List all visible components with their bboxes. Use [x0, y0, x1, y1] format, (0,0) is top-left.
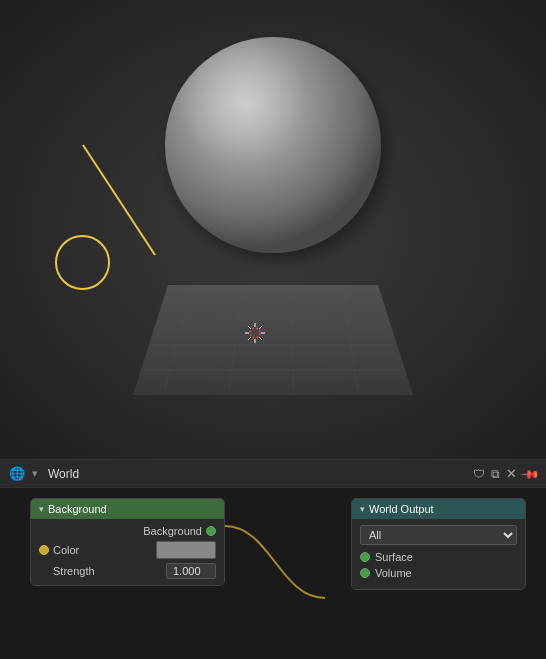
- close-icon[interactable]: ✕: [506, 466, 517, 481]
- world-output-collapse-arrow[interactable]: ▾: [360, 504, 365, 514]
- color-input-row: Color: [39, 541, 216, 559]
- header-arrow: ▾: [32, 467, 38, 480]
- surface-input-row: Surface: [360, 551, 517, 563]
- dropdown-row: All Cycles EEVEE: [360, 525, 517, 545]
- viewport-3d: [0, 0, 546, 460]
- svg-line-18: [248, 337, 251, 340]
- node-canvas: ▾ Background Background Color Strength: [0, 488, 546, 659]
- all-dropdown[interactable]: All Cycles EEVEE: [360, 525, 517, 545]
- color-input-socket: [39, 545, 49, 555]
- annotation-circle: [55, 235, 110, 290]
- background-output-label: Background: [143, 525, 202, 537]
- sphere: [153, 30, 393, 270]
- svg-line-17: [259, 326, 262, 329]
- volume-input-row: Volume: [360, 567, 517, 579]
- floor-plane: [113, 280, 433, 400]
- background-node-body: Background Color Strength: [31, 519, 224, 585]
- svg-point-9: [165, 37, 381, 253]
- strength-label: Strength: [53, 565, 95, 577]
- world-icon[interactable]: 🌐: [8, 465, 26, 483]
- node-editor: 🌐 ▾ World 🛡 ⧉ ✕ 📌 ▾ Background Backgroun…: [0, 459, 546, 659]
- svg-line-15: [248, 326, 251, 329]
- editor-header: 🌐 ▾ World 🛡 ⧉ ✕ 📌: [0, 460, 546, 488]
- svg-point-10: [250, 328, 260, 338]
- shield-icon[interactable]: 🛡: [473, 467, 485, 481]
- header-icons-right: 🛡 ⧉ ✕ 📌: [473, 466, 538, 481]
- world-output-title: World Output: [369, 503, 434, 515]
- world-output-header: ▾ World Output: [352, 499, 525, 519]
- volume-label: Volume: [375, 567, 412, 579]
- world-output-body: All Cycles EEVEE Surface Volume: [352, 519, 525, 589]
- color-label: Color: [53, 544, 79, 556]
- copy-icon[interactable]: ⧉: [491, 467, 500, 481]
- svg-marker-0: [133, 285, 413, 395]
- background-node-title: Background: [48, 503, 107, 515]
- volume-input-socket: [360, 568, 370, 578]
- node-collapse-arrow[interactable]: ▾: [39, 504, 44, 514]
- node-background: ▾ Background Background Color Strength: [30, 498, 225, 586]
- node-world-output: ▾ World Output All Cycles EEVEE Surface: [351, 498, 526, 590]
- strength-input-row: Strength: [39, 563, 216, 579]
- cursor-target: [243, 321, 267, 345]
- pin-icon[interactable]: 📌: [520, 463, 541, 484]
- surface-input-socket: [360, 552, 370, 562]
- background-node-header: ▾ Background: [31, 499, 224, 519]
- world-label: World: [48, 467, 79, 481]
- background-output-row: Background: [39, 525, 216, 537]
- surface-label: Surface: [375, 551, 413, 563]
- strength-input[interactable]: [166, 563, 216, 579]
- color-swatch[interactable]: [156, 541, 216, 559]
- svg-line-16: [259, 337, 262, 340]
- background-output-socket: [206, 526, 216, 536]
